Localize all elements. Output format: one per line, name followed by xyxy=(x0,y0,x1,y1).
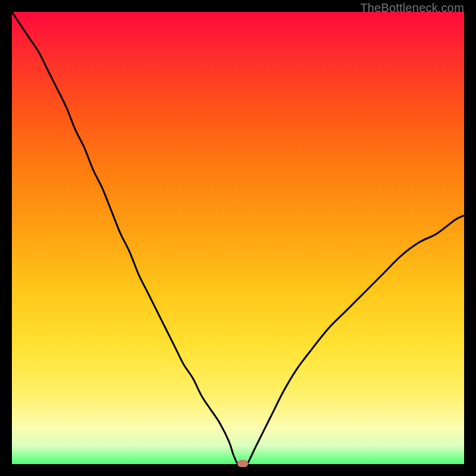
bottleneck-curve xyxy=(12,12,464,464)
optimal-point-marker xyxy=(237,460,248,467)
plot-area xyxy=(12,12,464,464)
chart-frame: TheBottleneck.com xyxy=(0,0,476,476)
